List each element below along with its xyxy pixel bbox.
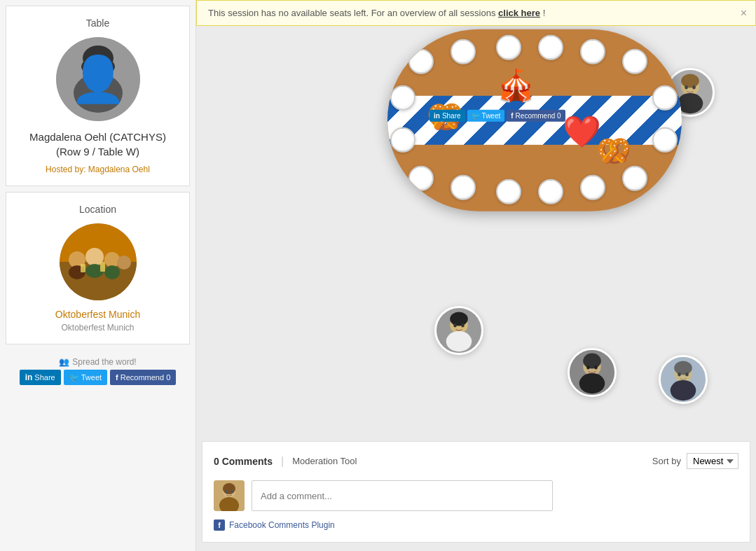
table-linkedin-button[interactable]: in Share: [429, 110, 465, 122]
svg-point-52: [583, 354, 601, 369]
seat-avatar-left-mid[interactable]: [434, 306, 483, 355]
svg-point-47: [453, 323, 457, 327]
svg-point-57: [671, 380, 696, 400]
plate: [580, 39, 605, 64]
plate: [580, 175, 605, 200]
moderation-tool-link[interactable]: Moderation Tool: [292, 456, 357, 466]
seat-avatar-bottom-right[interactable]: [659, 355, 708, 404]
sidebar-facebook-button[interactable]: f Recommend 0: [110, 370, 176, 385]
svg-point-14: [104, 252, 120, 267]
svg-point-51: [579, 373, 605, 393]
svg-point-70: [223, 483, 235, 494]
plate: [451, 175, 476, 200]
svg-point-34: [681, 74, 699, 88]
sidebar-twitter-label: Tweet: [81, 373, 102, 382]
spread-row: 👥 Spread the word!: [0, 350, 195, 370]
sidebar-twitter-button[interactable]: 🐦 Tweet: [64, 370, 107, 385]
twitter-icon-table: 🐦: [472, 112, 480, 120]
heart-decoration: 🎪: [497, 67, 535, 104]
table-twitter-label: Tweet: [482, 112, 501, 120]
notification-text: This session has no available seats left…: [208, 8, 498, 18]
twitter-icon: 🐦: [69, 373, 79, 382]
svg-point-2: [83, 54, 114, 85]
notification-suffix: !: [543, 8, 546, 18]
sidebar-linkedin-label: Share: [34, 373, 55, 382]
comments-divider: |: [281, 455, 284, 468]
facebook-plugin-link[interactable]: Facebook Comments Plugin: [229, 520, 335, 530]
plate: [408, 49, 434, 74]
linkedin-icon-table: in: [434, 112, 440, 120]
plate: [652, 127, 678, 153]
table-visualization: 🥨 🥨 🎪 ❤️ in Share 🐦 Tweet f Recommend 0: [196, 26, 756, 441]
facebook-plugin-row: f Facebook Comments Plugin: [214, 519, 738, 531]
commenter-avatar: [214, 480, 245, 511]
svg-point-1: [74, 74, 123, 113]
notification-link[interactable]: click here: [498, 8, 540, 18]
svg-point-45: [446, 331, 472, 351]
notification-banner: This session has no available seats left…: [196, 0, 756, 26]
svg-point-48: [461, 323, 465, 327]
svg-point-60: [685, 372, 689, 376]
pretzel-right: 🥨: [596, 134, 631, 167]
svg-point-5: [85, 58, 111, 86]
hosted-by: Hosted by: Magdalena Oehl: [18, 165, 178, 174]
svg-point-72: [231, 490, 233, 494]
svg-point-16: [117, 256, 131, 270]
sidebar-facebook-label: Recommend 0: [121, 373, 171, 382]
linkedin-icon: in: [25, 372, 33, 382]
svg-point-54: [594, 365, 598, 369]
svg-point-53: [586, 365, 590, 369]
plate: [538, 35, 563, 60]
dining-table: 🥨 🥨 🎪 ❤️ in Share 🐦 Tweet f Recommend 0: [387, 29, 682, 211]
facebook-icon-table: f: [511, 112, 513, 120]
svg-point-35: [685, 85, 688, 89]
seat-avatar-bottom-center[interactable]: [568, 348, 617, 397]
sort-by-row: Sort by Newest Oldest Best: [652, 453, 738, 469]
location-name: Oktoberfest Munich: [18, 309, 178, 320]
comment-input-row: [214, 480, 738, 511]
sort-select[interactable]: Newest Oldest Best: [687, 453, 738, 469]
svg-point-59: [678, 372, 681, 376]
svg-point-71: [225, 490, 228, 494]
table-facebook-button[interactable]: f Recommend 0: [507, 110, 565, 122]
table-linkedin-label: Share: [442, 112, 461, 120]
spread-label: Spread the word!: [72, 357, 136, 367]
sidebar: Table Magdalena Oehl (CA: [0, 0, 196, 551]
plate: [622, 49, 647, 74]
svg-point-7: [102, 69, 106, 74]
comments-section: 0 Comments | Moderation Tool Sort by New…: [202, 441, 750, 543]
facebook-comments-icon: f: [214, 519, 225, 531]
sidebar-social-buttons: in Share 🐦 Tweet f Recommend 0: [0, 370, 195, 393]
host-avatar: [56, 37, 140, 121]
table-social-buttons: in Share 🐦 Tweet f Recommend 0: [429, 110, 565, 122]
svg-rect-18: [100, 262, 105, 272]
svg-point-3: [83, 46, 114, 71]
comments-header: 0 Comments | Moderation Tool Sort by New…: [214, 453, 738, 469]
svg-point-46: [450, 312, 468, 326]
spread-icon: 👥: [59, 357, 69, 367]
svg-point-6: [90, 69, 95, 74]
sort-by-label: Sort by: [652, 456, 681, 466]
comments-count: 0 Comments: [214, 456, 273, 467]
notification-close-button[interactable]: ×: [741, 7, 747, 20]
table-section-title: Table: [18, 18, 178, 29]
plate: [652, 85, 678, 111]
table-facebook-label: Recommend 0: [516, 112, 561, 120]
table-section: Table Magdalena Oehl (CA: [6, 6, 190, 186]
comment-input-field[interactable]: [252, 480, 553, 511]
location-section-title: Location: [18, 204, 178, 215]
table-twitter-button[interactable]: 🐦 Tweet: [467, 110, 505, 122]
svg-point-58: [674, 361, 692, 375]
location-avatar: [60, 223, 137, 300]
main-content: This session has no available seats left…: [196, 0, 756, 551]
location-section: Location Oktoberfest Munich Oktoberfest …: [6, 192, 190, 344]
plate: [496, 35, 521, 60]
sidebar-linkedin-button[interactable]: in Share: [20, 370, 61, 385]
plate: [390, 127, 415, 153]
host-name: Magdalena Oehl (CATCHYS) (Row 9 / Table …: [18, 130, 178, 159]
plate: [538, 179, 563, 204]
facebook-icon: f: [116, 373, 118, 382]
svg-point-36: [692, 85, 696, 89]
svg-point-15: [104, 265, 120, 279]
plate: [451, 39, 476, 64]
